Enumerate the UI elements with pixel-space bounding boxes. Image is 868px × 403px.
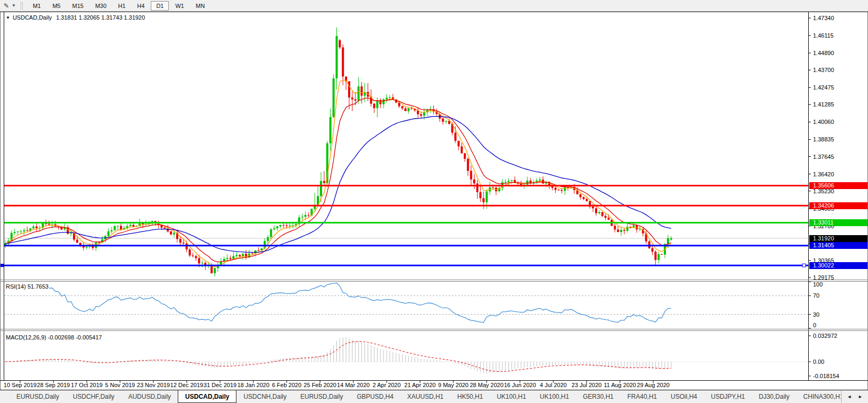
price-tick-label: 1.43700 [813,67,834,73]
price-tick-label: 1.44890 [813,50,834,56]
macd-axis-label: -0.018154 [813,373,839,379]
price-tick-label: 1.47340 [813,15,834,21]
price-tick-label: 1.40060 [813,119,834,125]
date-tick-label: 9 May 2020 [438,382,468,388]
chart-tab-12-fra40-h1[interactable]: FRA40,H1 [620,390,664,403]
price-tick-label: 1.41285 [813,101,834,108]
tabs-scroll-right-icon[interactable]: ► [858,394,863,399]
chart-tab-9-uk100-h1[interactable]: UK100,H1 [490,390,533,403]
candles [4,28,672,276]
chart-tab-4-usdcnh-daily[interactable]: USDCNH,Daily [236,390,293,403]
cursor-tool-icon[interactable]: ✎ [2,1,11,11]
toolbar: ✎ ▼ M1M5M15M30H1H4D1W1MN [0,0,868,12]
date-tick-label: 17 Oct 2019 [71,382,103,388]
price-tick-label: 1.46115 [813,32,834,39]
date-tick-label: 23 Nov 2019 [137,382,170,388]
tabs-scroll-left-icon[interactable]: ◄ [847,394,852,399]
price-tick-label: 1.38835 [813,136,834,142]
tab-scroll-arrows: ◄ ► [841,390,868,403]
chart-tab-2-audusd-daily[interactable]: AUDUSD,Daily [121,390,178,403]
date-tick-label: 16 Jun 2020 [504,382,536,388]
line-anchor-handle [1,264,4,267]
rsi-line [49,283,671,323]
timeframe-button-m15[interactable]: M15 [67,1,88,11]
date-tick-label: 28 Sep 2019 [37,382,70,388]
price-tick-label: 1.29175 [813,274,834,281]
chart-symbol: USDCAD,Daily [13,14,52,21]
date-tick-label: 29 Aug 2020 [637,382,670,388]
rsi-axis-label: 0 [813,322,816,328]
rsi-indicator-label: RSI(14) 51.7653 [6,283,49,290]
chart-tab-6-gbpusd-h4[interactable]: GBPUSD,H4 [350,390,400,403]
timeframe-button-m1[interactable]: M1 [28,1,46,11]
date-tick-label: 4 Jul 2020 [540,382,567,388]
price-line-badge-1.34206: 1.34206 [809,202,867,209]
date-tick-label: 25 Feb 2020 [304,382,336,388]
date-tick-label: 21 Apr 2020 [404,382,435,388]
chart-tab-3-usdcad-daily[interactable]: USDCAD,Daily [178,390,236,403]
macd-axis-label: 0.032972 [813,333,837,339]
timeframe-button-mn[interactable]: MN [190,1,210,11]
chart-title: ▼USDCAD,Daily1.31831 1.32065 1.31743 1.3… [6,14,145,21]
timeframe-button-h4[interactable]: H4 [132,1,150,11]
price-line-badge-1.35606: 1.35606 [809,182,867,189]
chart-tab-10-uk100-h1[interactable]: UK100,H1 [533,390,576,403]
date-tick-label: 6 Feb 2020 [272,382,301,388]
timeframe-button-m30[interactable]: M30 [90,1,112,11]
timeframe-button-m5[interactable]: M5 [47,1,66,11]
price-tick-label: 1.37645 [813,154,834,160]
date-tick-label: 18 Jan 2020 [237,382,270,388]
date-tick-label: 23 Jul 2020 [572,382,602,388]
chart-tab-14-usdjpy-h1[interactable]: USDJPY,H1 [704,390,752,403]
price-line-badge-1.30022: 1.30022 [809,262,867,269]
chart-tab-11-ger30-h1[interactable]: GER30,H1 [576,390,620,403]
rsi-axis-label: 30 [813,311,819,318]
rsi-axis-label: 70 [813,292,819,299]
toolbar-grip[interactable] [21,2,23,10]
chart-tab-16-china300-h1[interactable]: CHINA300,H1 [797,390,842,403]
date-tick-label: 12 Dec 2019 [170,382,203,388]
chart-tabs-bar: EURUSD,DailyUSDCHF,DailyAUDUSD,DailyUSDC… [0,390,868,403]
chart-tab-8-hk50-h1[interactable]: HK50,H1 [451,390,490,403]
chart-ohlc-values: 1.31831 1.32065 1.31743 1.31920 [56,14,145,21]
macd-histogram [5,337,671,373]
date-tick-label: 31 Dec 2019 [204,382,236,388]
timeframe-button-w1[interactable]: W1 [170,1,189,11]
macd-indicator-label: MACD(12,26,9) -0.002698 -0.005417 [6,334,102,341]
chart-tab-1-usdchf-daily[interactable]: USDCHF,Daily [66,390,122,403]
price-line-badge-1.31920: 1.31920 [809,235,867,242]
macd-axis-label: 0.00 [813,359,824,365]
date-tick-label: 14 Mar 2020 [337,382,370,388]
price-tick-label: 1.42475 [813,84,834,91]
chart-tab-15-dj30-daily[interactable]: DJ30,Daily [752,390,797,403]
date-tick-label: 11 Aug 2020 [604,382,636,388]
timeframe-button-h1[interactable]: H1 [113,1,131,11]
date-tick-label: 2 Apr 2020 [372,382,400,388]
rsi-axis-label: 100 [813,281,823,288]
dropdown-caret-icon[interactable]: ▼ [12,3,16,8]
timeframe-button-d1[interactable]: D1 [151,1,169,11]
price-line-badge-1.31405: 1.31405 [809,242,867,249]
chart-tab-13-usoil-h4[interactable]: USOil,H4 [664,390,704,403]
date-tick-label: 28 May 2020 [470,382,504,388]
timeframe-buttons: M1M5M15M30H1H4D1W1MN [27,0,211,11]
chart-dropdown-icon[interactable]: ▼ [6,15,10,20]
price-line-badge-1.33011: 1.33011 [809,219,867,226]
chart-tab-5-eurusd-daily[interactable]: EURUSD,Daily [294,390,350,403]
line-anchor-handle [802,264,806,267]
date-tick-label: 10 Sep 2019 [4,382,36,388]
date-tick-label: 5 Nov 2019 [105,382,135,388]
price-tick-label: 1.36420 [813,171,834,177]
chart-tab-0-eurusd-daily[interactable]: EURUSD,Daily [10,390,66,403]
chart-tab-7-xauusd-h1[interactable]: XAUUSD,H1 [400,390,451,403]
price-chart[interactable]: 1.473401.461151.448901.437001.424751.412… [0,0,868,403]
macd-signal-line [5,342,671,372]
chart-tabs: EURUSD,DailyUSDCHF,DailyAUDUSD,DailyUSDC… [0,390,841,403]
